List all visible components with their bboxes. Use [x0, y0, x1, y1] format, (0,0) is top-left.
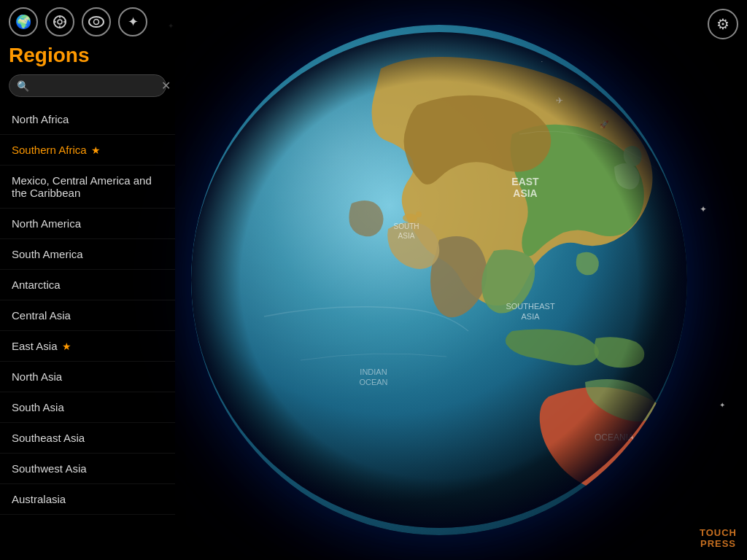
region-label: North Africa — [12, 113, 69, 125]
region-item-southeast-asia[interactable]: Southeast Asia — [0, 423, 175, 454]
region-item-south-asia[interactable]: South Asia — [0, 392, 175, 423]
region-item-south-america[interactable]: South America — [0, 239, 175, 270]
region-item-north-africa[interactable]: North Africa — [0, 104, 175, 135]
settings-button[interactable]: ⚙ — [708, 9, 738, 39]
region-label: South Asia — [12, 401, 64, 413]
region-star-icon: ★ — [91, 144, 101, 156]
search-bar: 🔍 ✕ — [9, 74, 166, 97]
camera-nav-icon[interactable] — [45, 7, 74, 36]
globe[interactable]: EAST ASIA SOUTHEAST ASIA SOUTH ASIA OCEA… — [191, 25, 687, 535]
region-label: Southern Africa — [12, 144, 87, 156]
region-label: Australasia — [12, 493, 66, 505]
region-label: Mexico, Central America and the Caribbea… — [12, 174, 163, 199]
region-item-southwest-asia[interactable]: Southwest Asia — [0, 454, 175, 484]
globe-container: EAST ASIA SOUTHEAST ASIA SOUTH ASIA OCEA… — [131, 0, 747, 560]
svg-point-7 — [94, 20, 99, 25]
region-list: North AfricaSouthern Africa★Mexico, Cent… — [0, 104, 175, 560]
region-item-north-asia[interactable]: North Asia — [0, 362, 175, 392]
region-label: Southeast Asia — [12, 432, 85, 444]
search-icon: 🔍 — [17, 80, 29, 92]
region-label: North Asia — [12, 370, 62, 383]
globe-nav-icon[interactable]: 🌍 — [9, 7, 38, 36]
eye-nav-icon[interactable] — [82, 7, 111, 36]
touchpress-logo: TOUCH PRESS — [700, 527, 737, 550]
globe-map: EAST ASIA SOUTHEAST ASIA SOUTH ASIA OCEA… — [191, 25, 687, 535]
sidebar: 🌍 ✦ Regions 🔍 ✕ North — [0, 0, 175, 560]
region-label: Southwest Asia — [12, 462, 87, 475]
app-title: Regions — [0, 44, 175, 74]
deco-star-4: · — [541, 58, 543, 65]
region-label: Central Asia — [12, 309, 71, 322]
region-label: North America — [12, 217, 81, 230]
clear-search-icon[interactable]: ✕ — [161, 79, 171, 93]
region-item-antarctica[interactable]: Antarctica — [0, 270, 175, 300]
region-item-southern-africa[interactable]: Southern Africa★ — [0, 135, 175, 166]
deco-star-2: ✦ — [700, 204, 707, 214]
region-label: East Asia — [12, 340, 58, 352]
deco-star-3: ✦ — [719, 401, 725, 409]
region-label: South America — [12, 248, 83, 260]
star-nav-icon[interactable]: ✦ — [118, 7, 147, 36]
svg-point-23 — [191, 32, 687, 528]
top-nav: 🌍 ✦ — [0, 0, 175, 44]
region-item-central-asia[interactable]: Central Asia — [0, 300, 175, 331]
region-label: Antarctica — [12, 279, 61, 291]
region-item-mexico-central-america-and-the-caribbean[interactable]: Mexico, Central America and the Caribbea… — [0, 166, 175, 209]
region-item-east-asia[interactable]: East Asia★ — [0, 331, 175, 362]
region-star-icon: ★ — [62, 341, 71, 352]
svg-point-1 — [58, 20, 62, 24]
settings-icon: ⚙ — [716, 15, 729, 33]
svg-point-6 — [89, 17, 104, 27]
region-item-australasia[interactable]: Australasia — [0, 484, 175, 515]
search-input[interactable] — [34, 80, 161, 92]
region-item-north-america[interactable]: North America — [0, 209, 175, 239]
